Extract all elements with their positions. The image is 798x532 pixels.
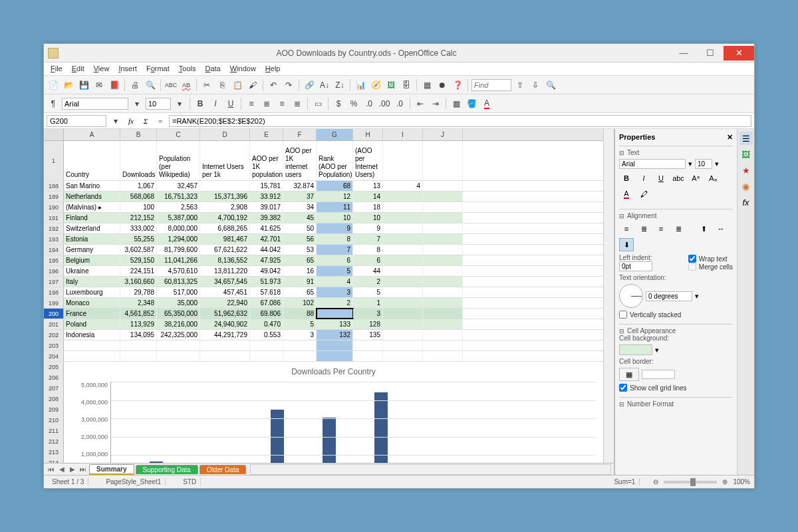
prop-border-style[interactable] — [642, 370, 675, 379]
cell[interactable] — [250, 351, 283, 361]
row-header-192[interactable]: 192 — [44, 223, 64, 233]
cell[interactable]: 16,751,323 — [157, 192, 200, 201]
sort-desc-icon[interactable]: Z↓ — [333, 78, 346, 92]
cell[interactable] — [423, 340, 463, 350]
sheet-tab-summary[interactable]: Summary — [89, 464, 134, 475]
zoom-in-icon[interactable]: ⊕ — [722, 478, 728, 485]
prop-valign-bottom-icon[interactable]: ⬇ — [619, 238, 634, 251]
cell[interactable]: 11 — [317, 202, 353, 212]
spellcheck-icon[interactable]: ABC — [164, 78, 178, 92]
cell[interactable] — [383, 266, 423, 276]
minimize-button[interactable]: — — [670, 46, 697, 61]
cell[interactable]: 9 — [353, 223, 383, 233]
cell[interactable]: 8,000,000 — [157, 223, 200, 233]
save-icon[interactable]: 💾 — [77, 78, 90, 92]
cell[interactable]: 91 — [283, 277, 317, 287]
cell[interactable]: 134,095 — [120, 330, 157, 340]
orientation-dial[interactable] — [619, 284, 643, 308]
row-header-189[interactable]: 189 — [44, 192, 64, 201]
dec-dec-icon[interactable]: .0 — [393, 97, 406, 110]
tab-next-icon[interactable]: ▶ — [68, 466, 77, 473]
cell[interactable]: Poland — [64, 319, 120, 329]
merge-icon[interactable]: ▭ — [311, 97, 325, 110]
cell[interactable]: 35,000 — [157, 298, 200, 308]
cell[interactable] — [353, 351, 383, 361]
cell[interactable]: Ukraine — [64, 266, 120, 276]
cell[interactable]: 44,291,729 — [200, 330, 250, 340]
cell[interactable]: 16 — [283, 266, 317, 276]
sidebar-tab-properties-icon[interactable]: ☰ — [739, 132, 753, 145]
row-header-188[interactable]: 188 — [44, 181, 64, 191]
headers-icon[interactable]: ▦ — [420, 78, 434, 92]
cell[interactable]: (Malvinas) ▸ — [64, 202, 120, 212]
cell[interactable]: 67.086 — [250, 298, 283, 308]
cell[interactable]: 45 — [283, 213, 317, 223]
cell[interactable]: 51,962,632 — [200, 309, 250, 319]
cell[interactable] — [383, 202, 423, 212]
prop-super-icon[interactable]: Aᵃ — [688, 172, 703, 185]
cell[interactable]: 13 — [353, 181, 383, 191]
cell[interactable]: 981,467 — [200, 234, 250, 244]
menu-view[interactable]: View — [90, 64, 114, 74]
cell[interactable]: 1,294,000 — [157, 234, 200, 244]
cell[interactable]: Italy — [64, 277, 120, 287]
cell[interactable] — [383, 213, 423, 223]
row-header-211[interactable]: 211 — [44, 426, 64, 436]
cell[interactable] — [423, 192, 463, 201]
cell[interactable]: 3 — [283, 330, 317, 340]
font-dropdown-icon[interactable]: ▾ — [130, 97, 144, 110]
cell[interactable]: 81,799,600 — [157, 245, 200, 255]
size-dropdown-icon[interactable]: ▾ — [173, 97, 186, 110]
header-cell[interactable]: Downloads — [120, 141, 157, 180]
close-button[interactable]: ✕ — [724, 46, 754, 61]
prop-align-left-icon[interactable]: ≡ — [619, 222, 634, 235]
styles-icon[interactable]: ¶ — [47, 97, 60, 110]
cell[interactable]: 4,561,852 — [120, 309, 157, 319]
cell[interactable] — [423, 287, 463, 297]
section-alignment[interactable]: Alignment — [619, 212, 733, 219]
row-header-1[interactable]: 1 — [44, 141, 64, 180]
sort-asc-icon[interactable]: A↓ — [318, 78, 331, 92]
prop-valign-top-icon[interactable]: ⬆ — [696, 222, 711, 235]
cell[interactable] — [317, 309, 353, 319]
cell[interactable]: 33.912 — [250, 192, 283, 201]
row-header-214[interactable]: 214 — [44, 458, 64, 463]
cell[interactable]: 6 — [353, 255, 383, 265]
percent-icon[interactable]: % — [347, 97, 360, 110]
row-header-194[interactable]: 194 — [44, 245, 64, 255]
cell[interactable]: 5 — [283, 319, 317, 329]
cell[interactable] — [423, 266, 463, 276]
cell[interactable]: 333,002 — [120, 223, 157, 233]
open-icon[interactable]: 📂 — [62, 78, 75, 92]
maximize-button[interactable]: ☐ — [697, 46, 724, 61]
zoom-slider[interactable] — [664, 481, 717, 483]
prop-align-right-icon[interactable]: ≡ — [654, 222, 668, 235]
cell[interactable]: 457,451 — [200, 287, 250, 297]
cell[interactable] — [383, 245, 423, 255]
cell[interactable]: 69.806 — [250, 309, 283, 319]
cell[interactable]: 41.625 — [250, 223, 283, 233]
cell[interactable]: 4,570,610 — [157, 266, 200, 276]
cell[interactable] — [423, 255, 463, 265]
prop-border-preset[interactable]: ▦ — [619, 368, 639, 381]
borders-icon[interactable]: ▦ — [450, 97, 463, 110]
col-header-C[interactable]: C — [157, 129, 200, 140]
col-header-G[interactable]: G — [317, 129, 353, 140]
paste-icon[interactable]: 📋 — [231, 78, 244, 92]
paintbrush-icon[interactable]: 🖌 — [246, 78, 259, 92]
cell[interactable] — [200, 340, 250, 350]
prop-merge-checkbox[interactable] — [688, 263, 696, 271]
cell[interactable]: 57.618 — [250, 287, 283, 297]
cell[interactable]: 8 — [353, 245, 383, 255]
row-header-195[interactable]: 195 — [44, 255, 64, 265]
prop-underline-icon[interactable]: U — [654, 172, 668, 185]
cell[interactable]: 1,067 — [120, 181, 157, 191]
cell[interactable]: 38,216,000 — [157, 319, 200, 329]
new-icon[interactable]: 📄 — [47, 78, 60, 92]
cell[interactable]: 55,255 — [120, 234, 157, 244]
col-header-B[interactable]: B — [120, 129, 157, 140]
prop-font-input[interactable] — [619, 159, 686, 169]
cell[interactable]: Estonia — [64, 234, 120, 244]
cell[interactable]: France — [64, 309, 120, 319]
cell[interactable]: 60,813,325 — [157, 277, 200, 287]
